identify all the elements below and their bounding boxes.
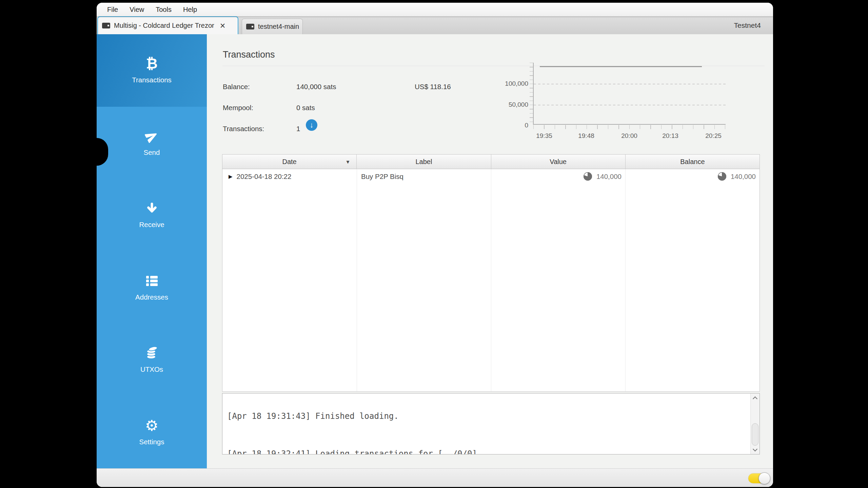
tx-value: 140,000 <box>596 172 622 181</box>
balance-fiat-value: US$ 118.16 <box>415 83 451 91</box>
x-tick-1935: 19:35 <box>529 132 559 140</box>
status-bar <box>97 468 773 487</box>
close-icon[interactable]: × <box>220 22 225 29</box>
sidebar-item-send[interactable]: Send <box>97 107 207 179</box>
scrollbar-thumb[interactable] <box>752 423 758 446</box>
confirmations-pie-icon <box>718 172 726 181</box>
tx-label[interactable]: Buy P2P Bisq <box>357 172 491 181</box>
sidebar-nav: ₿ Transactions Send Receive <box>97 34 207 468</box>
network-badge: Testnet4 <box>734 16 761 34</box>
list-icon <box>145 274 159 288</box>
gridline-100000 <box>534 84 726 84</box>
column-header-balance[interactable]: Balance <box>626 155 760 169</box>
tx-balance: 140,000 <box>731 172 756 181</box>
column-divider <box>625 169 626 391</box>
chart-plot-area <box>533 63 726 125</box>
sparrow-wallet-window: File View Tools Help Multisig - Coldcard… <box>97 3 773 487</box>
sidebar-item-utxos[interactable]: UTXOs <box>97 324 207 396</box>
menu-tools[interactable]: Tools <box>150 3 177 16</box>
menu-bar: File View Tools Help <box>97 3 773 16</box>
tab-testnet4-main[interactable]: testnet4-main <box>242 19 303 34</box>
incoming-tx-icon: ↓ <box>306 119 317 131</box>
x-axis-minor-ticks <box>533 125 725 129</box>
y-tick-100000: 100,000 <box>487 80 528 87</box>
y-axis-minor-ticks <box>530 63 533 125</box>
table-body: ▶ 2025-04-18 20:22 Buy P2P Bisq 140,000 … <box>222 169 760 391</box>
y-tick-0: 0 <box>487 122 528 129</box>
x-tick-2000: 20:00 <box>614 132 645 140</box>
page-title: Transactions <box>223 49 275 60</box>
log-line: [Apr 18 19:31:43] Finished loading. <box>227 410 749 423</box>
paper-plane-icon <box>145 129 159 143</box>
mempool-label: Mempool: <box>223 104 253 112</box>
bitcoin-icon: ₿ <box>146 57 157 71</box>
menu-view[interactable]: View <box>124 3 150 16</box>
x-tick-2013: 20:13 <box>655 132 686 140</box>
transactions-table: Date ▼ Label Value Balance ▶ 2025-04-18 … <box>222 154 760 392</box>
sidebar-item-settings[interactable]: ⚙ Settings <box>97 396 207 469</box>
sidebar-item-transactions[interactable]: ₿ Transactions <box>97 34 207 107</box>
chevron-up-icon <box>753 396 757 401</box>
tx-date: 2025-04-18 20:22 <box>237 172 292 181</box>
wallet-icon <box>102 23 110 28</box>
menu-help[interactable]: Help <box>177 3 203 16</box>
theme-toggle-switch[interactable] <box>748 473 770 484</box>
transactions-count-value: 1 <box>296 125 300 133</box>
table-header-row: Date ▼ Label Value Balance <box>222 155 760 169</box>
expand-row-icon[interactable]: ▶ <box>229 174 233 180</box>
menu-file[interactable]: File <box>101 3 124 16</box>
balance-series-line <box>540 66 702 67</box>
arrow-down-icon <box>145 201 158 216</box>
column-divider <box>491 169 491 391</box>
balance-label: Balance: <box>223 83 250 91</box>
tab-label: testnet4-main <box>258 23 299 30</box>
wallet-icon <box>246 24 254 29</box>
tab-label: Multisig - Coldcard Ledger Trezor <box>114 22 214 29</box>
column-header-label[interactable]: Label <box>357 155 491 169</box>
confirmations-pie-icon <box>584 172 592 181</box>
mempool-value: 0 sats <box>296 104 315 112</box>
gridline-50000 <box>534 105 726 105</box>
column-divider <box>357 169 357 391</box>
gear-icon: ⚙ <box>145 419 158 433</box>
scroll-up-button[interactable] <box>751 393 760 402</box>
sidebar-item-addresses[interactable]: Addresses <box>97 251 207 324</box>
sidebar-item-receive[interactable]: Receive <box>97 179 207 251</box>
transactions-count-label: Transactions: <box>223 125 264 133</box>
log-scrollbar[interactable] <box>750 393 760 454</box>
y-tick-50000: 50,000 <box>487 101 528 108</box>
column-header-value[interactable]: Value <box>491 155 626 169</box>
log-panel[interactable]: [Apr 18 19:31:43] Finished loading. [Apr… <box>222 393 760 454</box>
log-line: [Apr 18 19:32:41] Loading transactions f… <box>227 448 749 454</box>
tab-multisig-wallet[interactable]: Multisig - Coldcard Ledger Trezor × <box>97 16 238 34</box>
column-header-date[interactable]: Date ▼ <box>222 155 357 169</box>
x-tick-2025: 20:25 <box>698 132 729 140</box>
tab-bar: Multisig - Coldcard Ledger Trezor × test… <box>97 16 773 34</box>
balance-value[interactable]: 140,000 sats <box>296 83 336 91</box>
toggle-knob[interactable] <box>758 472 770 484</box>
scroll-down-button[interactable] <box>751 446 760 454</box>
x-tick-1948: 19:48 <box>571 132 601 140</box>
sort-desc-icon: ▼ <box>345 159 350 165</box>
chevron-down-icon <box>753 447 757 451</box>
log-text: [Apr 18 19:31:43] Finished loading. [Apr… <box>227 393 749 454</box>
coins-icon <box>144 346 159 360</box>
